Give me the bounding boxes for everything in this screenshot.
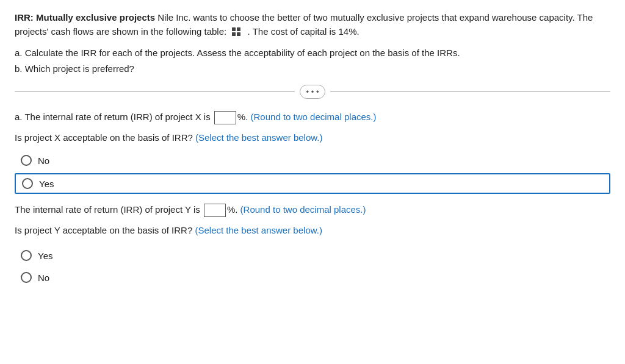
irr-x-prefix: a. The internal rate of return (IRR) of … [15, 112, 213, 122]
acceptable-x-select-note: (Select the best answer below.) [195, 132, 322, 143]
divider-line-left [15, 91, 295, 92]
irr-x-question: a. The internal rate of return (IRR) of … [15, 110, 610, 124]
intro-paragraph: IRR: Mutually exclusive projects Nile In… [15, 11, 610, 38]
radio-x-yes-inner [25, 181, 30, 186]
irr-y-prefix: The internal rate of return (IRR) of pro… [15, 204, 203, 215]
radio-y-yes-inner [24, 253, 29, 258]
radio-x-yes-option[interactable]: Yes [15, 173, 610, 194]
question-a-text: Calculate the IRR for each of the projec… [23, 48, 460, 58]
questions-block: a. Calculate the IRR for each of the pro… [15, 46, 610, 76]
irr-y-question: The internal rate of return (IRR) of pro… [15, 202, 610, 217]
acceptable-y-select-note: (Select the best answer below.) [195, 225, 322, 235]
divider-pill-text: • • • [306, 87, 319, 96]
radio-y-yes-label: Yes [38, 251, 52, 261]
radio-y-no-label: No [38, 273, 49, 283]
question-b-label: b. [15, 63, 23, 74]
svg-rect-2 [232, 32, 236, 36]
radio-y-no-option[interactable]: No [15, 268, 610, 287]
svg-rect-1 [237, 27, 240, 31]
irr-y-round-note: (Round to two decimal places.) [240, 204, 366, 215]
acceptable-x-prefix: Is project X acceptable on the basis of … [15, 132, 195, 143]
irr-y-input[interactable] [204, 204, 226, 217]
radio-y-no-inner [24, 275, 29, 280]
question-a: a. Calculate the IRR for each of the pro… [15, 46, 610, 60]
question-b: b. Which project is preferred? [15, 62, 610, 76]
radio-y-yes-option[interactable]: Yes [15, 246, 610, 265]
section-divider: • • • [15, 85, 610, 99]
irr-x-section: a. The internal rate of return (IRR) of … [15, 110, 610, 145]
irr-y-suffix: %. [227, 204, 240, 215]
acceptable-y-prefix: Is project Y acceptable on the basis of … [15, 225, 195, 235]
irr-y-section: The internal rate of return (IRR) of pro… [15, 202, 610, 238]
radio-x-no-label: No [38, 155, 49, 166]
radio-x-no-circle [21, 155, 32, 166]
svg-rect-0 [232, 27, 236, 31]
irr-x-round-note: (Round to two decimal places.) [251, 112, 377, 122]
acceptable-x-question: Is project X acceptable on the basis of … [15, 130, 610, 145]
divider-pill: • • • [300, 85, 326, 99]
divider-line-right [330, 91, 610, 92]
radio-y-no-circle [21, 272, 32, 283]
question-a-label: a. [15, 48, 23, 58]
question-b-text: Which project is preferred? [23, 63, 134, 74]
svg-rect-3 [237, 32, 240, 36]
radio-x-yes-label: Yes [39, 179, 54, 189]
radio-x-no-option[interactable]: No [15, 151, 610, 170]
grid-icon [229, 26, 247, 37]
intro-suffix: . The cost of capital is 14%. [248, 26, 359, 37]
radio-x-yes-circle [22, 178, 33, 189]
irr-x-suffix: %. [237, 112, 251, 122]
radio-y-yes-circle [21, 250, 32, 261]
acceptable-y-question: Is project Y acceptable on the basis of … [15, 223, 610, 238]
intro-bold-title: IRR: Mutually exclusive projects [15, 12, 155, 23]
irr-x-input[interactable] [214, 111, 236, 124]
radio-x-no-inner [24, 158, 29, 163]
